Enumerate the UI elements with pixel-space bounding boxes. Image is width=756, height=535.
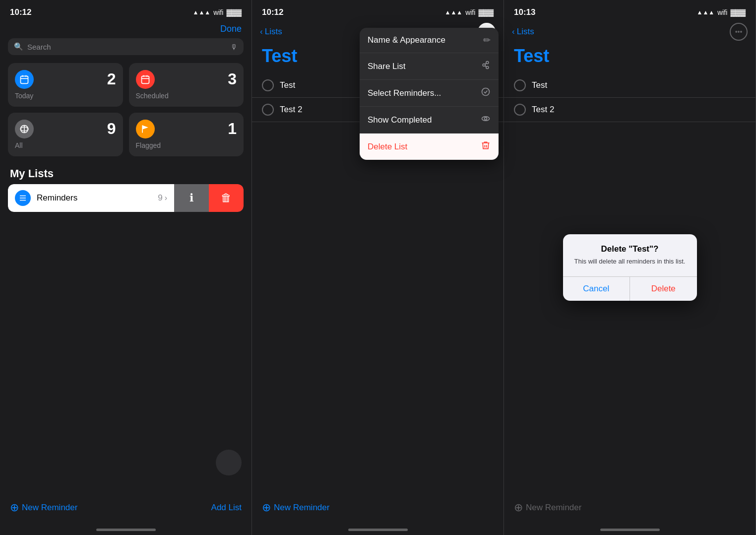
search-icon: 🔍: [14, 42, 23, 51]
swipe-actions: ℹ 🗑: [174, 184, 244, 212]
smart-card-today[interactable]: 2 Today: [8, 63, 123, 107]
svg-rect-0: [21, 76, 28, 83]
back-button-2[interactable]: ‹ Lists: [260, 27, 282, 37]
mic-icon: 🎙: [230, 43, 238, 51]
status-bar-2: 10:12 ▲▲▲ wifi ▓▓▓: [252, 0, 504, 22]
alert-message: This will delete all reminders in this l…: [563, 257, 697, 276]
svg-line-18: [485, 66, 486, 67]
signal-icon-2: ▲▲▲: [445, 9, 463, 16]
context-name-appearance[interactable]: Name & Appearance ✏: [360, 28, 499, 53]
all-icon: [15, 120, 34, 138]
flagged-label: Flagged: [136, 141, 237, 149]
done-button[interactable]: Done: [220, 24, 242, 34]
home-indicator-2: [252, 524, 504, 535]
delete-list-label: Delete List: [368, 142, 407, 152]
smart-card-all[interactable]: 9 All: [8, 113, 123, 156]
smart-card-flagged[interactable]: 1 Flagged: [129, 113, 244, 156]
reminders-list-item[interactable]: Reminders 9 › ℹ 🗑: [8, 184, 244, 212]
plus-icon-1: ⊕: [10, 501, 19, 514]
plus-icon-2: ⊕: [262, 501, 271, 514]
panel-1-lists: 10:12 ▲▲▲ wifi ▓▓▓ Done 🔍 Search 🎙 2 Tod…: [0, 0, 252, 535]
flagged-count: 1: [228, 120, 237, 138]
edit-icon: ✏: [483, 35, 491, 46]
svg-rect-4: [141, 76, 149, 83]
new-reminder-label-1: New Reminder: [22, 503, 77, 513]
all-count: 9: [107, 120, 116, 138]
svg-line-17: [485, 63, 486, 65]
my-lists-header: My Lists: [0, 164, 252, 184]
scheduled-icon: [136, 70, 155, 89]
wifi-icon-2: wifi: [465, 8, 475, 16]
context-menu: Name & Appearance ✏ Share List Select Re…: [360, 28, 499, 160]
alert-buttons: Cancel Delete: [563, 276, 697, 301]
add-list-button[interactable]: Add List: [211, 503, 242, 513]
trash-icon-menu: [481, 140, 491, 153]
swipe-delete-button[interactable]: 🗑: [209, 184, 244, 212]
home-indicator-1: [0, 524, 252, 535]
name-appearance-label: Name & Appearance: [368, 35, 445, 45]
status-icons-2: ▲▲▲ wifi ▓▓▓: [445, 8, 494, 16]
alert-title: Delete "Test"?: [563, 234, 697, 257]
alert-dialog: Delete "Test"? This will delete all remi…: [563, 234, 697, 300]
wifi-icon: wifi: [213, 8, 223, 16]
status-icons-1: ▲▲▲ wifi ▓▓▓: [193, 8, 242, 16]
checkmark-circle-icon: [481, 87, 491, 99]
select-reminders-label: Select Reminders...: [368, 88, 441, 98]
eye-icon: [481, 114, 491, 126]
delete-button[interactable]: Delete: [630, 277, 697, 301]
reminder-circle-1: [262, 79, 274, 91]
today-count: 2: [107, 70, 116, 88]
context-delete-list[interactable]: Delete List: [360, 134, 499, 160]
svg-point-15: [486, 62, 489, 64]
info-icon: ℹ: [189, 192, 193, 204]
reminder-circle-2: [262, 104, 274, 116]
share-list-label: Share List: [368, 62, 406, 71]
cancel-button[interactable]: Cancel: [563, 277, 630, 301]
context-show-completed[interactable]: Show Completed: [360, 107, 499, 134]
all-label: All: [15, 141, 116, 149]
alert-overlay: Delete "Test"? This will delete all remi…: [504, 0, 756, 535]
battery-icon-2: ▓▓▓: [478, 8, 494, 16]
search-bar[interactable]: 🔍 Search 🎙: [8, 38, 244, 55]
new-reminder-button-1[interactable]: ⊕ New Reminder: [10, 501, 77, 514]
reminders-name: Reminders: [37, 193, 158, 203]
context-share-list[interactable]: Share List: [360, 53, 499, 80]
scheduled-label: Scheduled: [136, 92, 237, 100]
new-reminder-button-2[interactable]: ⊕ New Reminder: [262, 501, 329, 514]
signal-icon: ▲▲▲: [193, 9, 211, 16]
smart-lists-grid: 2 Today 3 Scheduled 9 All: [0, 63, 252, 164]
status-bar-1: 10:12 ▲▲▲ wifi ▓▓▓: [0, 0, 252, 22]
reminders-count: 9: [158, 193, 162, 203]
panel-2-context-menu: 10:12 ▲▲▲ wifi ▓▓▓ ‹ Lists ••• Test Test…: [252, 0, 504, 535]
context-select-reminders[interactable]: Select Reminders...: [360, 80, 499, 107]
done-button-area: Done: [0, 22, 252, 38]
today-icon: [15, 70, 34, 89]
smart-card-scheduled[interactable]: 3 Scheduled: [129, 63, 244, 107]
swipe-info-button[interactable]: ℹ: [174, 184, 209, 212]
time-1: 10:12: [10, 7, 31, 17]
time-2: 10:12: [262, 7, 283, 17]
today-label: Today: [15, 92, 116, 100]
share-icon: [481, 60, 491, 72]
svg-point-21: [485, 118, 487, 120]
floating-circle: [216, 450, 242, 475]
reminders-chevron: ›: [165, 194, 167, 202]
panel-3-delete-dialog: 10:13 ▲▲▲ wifi ▓▓▓ ‹ Lists ••• Test Test…: [504, 0, 756, 535]
bottom-bar-2: ⊕ New Reminder: [252, 495, 504, 524]
svg-point-16: [486, 67, 489, 69]
bottom-bar-1: ⊕ New Reminder Add List: [0, 495, 252, 524]
reminder-name-test2: Test 2: [280, 105, 302, 115]
svg-point-19: [482, 88, 490, 96]
back-chevron-2: ‹: [260, 27, 263, 37]
reminders-icon: [15, 190, 31, 206]
show-completed-label: Show Completed: [368, 115, 432, 125]
battery-icon: ▓▓▓: [226, 8, 242, 16]
svg-point-14: [483, 64, 485, 67]
new-reminder-label-2: New Reminder: [274, 503, 329, 513]
scheduled-count: 3: [228, 70, 237, 88]
trash-icon: 🗑: [221, 192, 232, 204]
back-label-2: Lists: [265, 27, 282, 37]
flagged-icon: [136, 120, 155, 138]
search-placeholder: Search: [27, 43, 51, 51]
reminder-name-test: Test: [280, 80, 295, 90]
